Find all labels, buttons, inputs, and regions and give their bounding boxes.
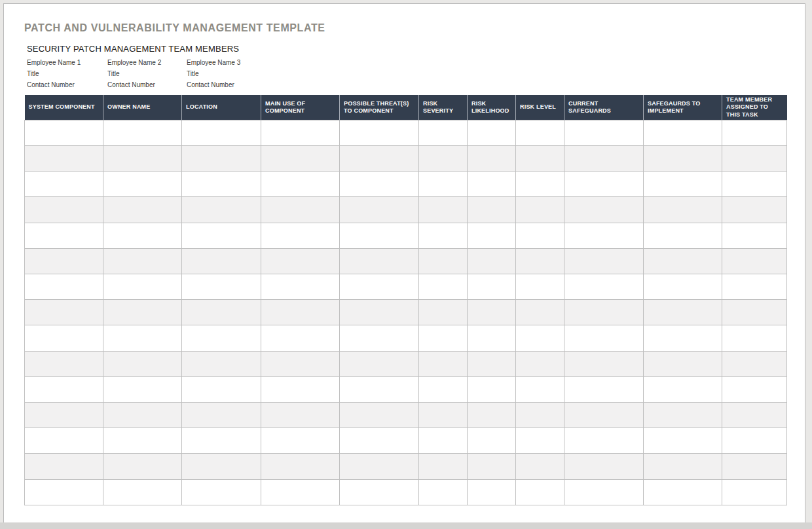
cell-risk-severity[interactable] [419,479,468,505]
cell-main-use-of-component[interactable] [261,325,340,351]
cell-risk-likelihood[interactable] [468,197,516,223]
cell-possible-threat-s-to-component[interactable] [340,402,419,428]
cell-risk-severity[interactable] [419,325,468,351]
cell-location[interactable] [182,402,261,428]
cell-owner-name[interactable] [103,197,182,223]
cell-risk-severity[interactable] [419,248,468,274]
cell-system-component[interactable] [25,120,103,145]
cell-system-component[interactable] [25,479,103,505]
cell-possible-threat-s-to-component[interactable] [340,223,419,248]
cell-safegaurds-to-implement[interactable] [644,172,722,197]
cell-risk-level[interactable] [516,454,564,479]
cell-risk-severity[interactable] [419,274,468,299]
cell-risk-likelihood[interactable] [468,428,516,454]
cell-owner-name[interactable] [103,248,182,274]
cell-system-component[interactable] [25,197,103,223]
cell-location[interactable] [182,197,261,223]
cell-team-member-assigned-to-this-task[interactable] [722,351,787,376]
cell-location[interactable] [182,376,261,402]
cell-system-component[interactable] [25,274,103,299]
cell-risk-severity[interactable] [419,223,468,248]
cell-location[interactable] [182,274,261,299]
cell-possible-threat-s-to-component[interactable] [340,274,419,299]
cell-safegaurds-to-implement[interactable] [644,120,722,145]
cell-risk-severity[interactable] [419,197,468,223]
cell-current-safeguards[interactable] [564,145,644,171]
cell-risk-level[interactable] [516,300,564,325]
cell-owner-name[interactable] [103,479,182,505]
cell-main-use-of-component[interactable] [261,274,340,299]
cell-safegaurds-to-implement[interactable] [644,274,722,299]
cell-risk-level[interactable] [516,248,564,274]
cell-location[interactable] [182,351,261,376]
cell-risk-level[interactable] [516,376,564,402]
cell-safegaurds-to-implement[interactable] [644,300,722,325]
cell-current-safeguards[interactable] [564,274,644,299]
cell-current-safeguards[interactable] [564,197,644,223]
cell-current-safeguards[interactable] [564,428,644,454]
cell-risk-severity[interactable] [419,145,468,171]
cell-owner-name[interactable] [103,274,182,299]
cell-team-member-assigned-to-this-task[interactable] [722,248,787,274]
cell-team-member-assigned-to-this-task[interactable] [722,172,787,197]
cell-safegaurds-to-implement[interactable] [644,428,722,454]
cell-team-member-assigned-to-this-task[interactable] [722,325,787,351]
cell-main-use-of-component[interactable] [261,454,340,479]
cell-current-safeguards[interactable] [564,454,644,479]
cell-risk-severity[interactable] [419,428,468,454]
cell-safegaurds-to-implement[interactable] [644,248,722,274]
cell-current-safeguards[interactable] [564,223,644,248]
cell-system-component[interactable] [25,223,103,248]
cell-main-use-of-component[interactable] [261,402,340,428]
cell-possible-threat-s-to-component[interactable] [340,376,419,402]
cell-current-safeguards[interactable] [564,376,644,402]
cell-safegaurds-to-implement[interactable] [644,479,722,505]
cell-owner-name[interactable] [103,351,182,376]
cell-possible-threat-s-to-component[interactable] [340,145,419,171]
cell-possible-threat-s-to-component[interactable] [340,248,419,274]
cell-main-use-of-component[interactable] [261,376,340,402]
cell-risk-severity[interactable] [419,300,468,325]
cell-system-component[interactable] [25,248,103,274]
cell-owner-name[interactable] [103,454,182,479]
cell-current-safeguards[interactable] [564,351,644,376]
cell-risk-level[interactable] [516,172,564,197]
cell-risk-likelihood[interactable] [468,402,516,428]
cell-location[interactable] [182,479,261,505]
cell-current-safeguards[interactable] [564,402,644,428]
cell-risk-likelihood[interactable] [468,145,516,171]
cell-owner-name[interactable] [103,402,182,428]
cell-location[interactable] [182,454,261,479]
cell-risk-severity[interactable] [419,120,468,145]
cell-risk-level[interactable] [516,197,564,223]
cell-risk-likelihood[interactable] [468,376,516,402]
cell-system-component[interactable] [25,428,103,454]
cell-owner-name[interactable] [103,428,182,454]
cell-system-component[interactable] [25,376,103,402]
cell-team-member-assigned-to-this-task[interactable] [722,402,787,428]
cell-team-member-assigned-to-this-task[interactable] [722,479,787,505]
cell-risk-level[interactable] [516,351,564,376]
cell-risk-likelihood[interactable] [468,120,516,145]
cell-risk-level[interactable] [516,223,564,248]
cell-risk-severity[interactable] [419,454,468,479]
cell-risk-level[interactable] [516,274,564,299]
cell-possible-threat-s-to-component[interactable] [340,351,419,376]
cell-owner-name[interactable] [103,223,182,248]
cell-system-component[interactable] [25,351,103,376]
cell-location[interactable] [182,300,261,325]
cell-owner-name[interactable] [103,376,182,402]
cell-risk-level[interactable] [516,479,564,505]
cell-team-member-assigned-to-this-task[interactable] [722,223,787,248]
cell-safegaurds-to-implement[interactable] [644,376,722,402]
cell-owner-name[interactable] [103,120,182,145]
cell-team-member-assigned-to-this-task[interactable] [722,197,787,223]
cell-risk-severity[interactable] [419,172,468,197]
cell-main-use-of-component[interactable] [261,248,340,274]
cell-owner-name[interactable] [103,172,182,197]
cell-location[interactable] [182,145,261,171]
cell-risk-severity[interactable] [419,351,468,376]
cell-safegaurds-to-implement[interactable] [644,145,722,171]
cell-risk-level[interactable] [516,402,564,428]
cell-safegaurds-to-implement[interactable] [644,351,722,376]
